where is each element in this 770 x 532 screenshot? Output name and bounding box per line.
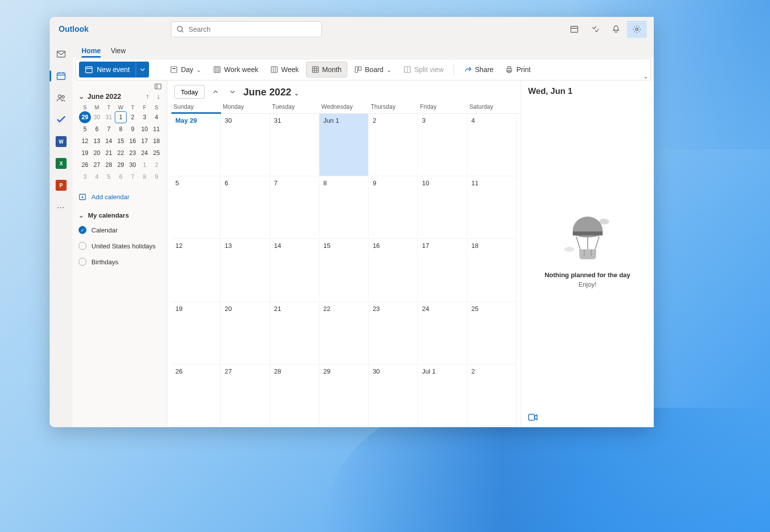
mini-cal-day[interactable]: 9 (151, 171, 162, 183)
mini-cal-day[interactable]: 28 (103, 159, 115, 171)
mini-cal-day[interactable]: 21 (103, 147, 115, 159)
mini-cal-day[interactable]: 23 (127, 147, 139, 159)
settings-icon[interactable] (627, 21, 647, 38)
ribbon-chevron-icon[interactable] (643, 72, 648, 80)
day-cell[interactable]: 2 (369, 114, 418, 176)
day-cell[interactable]: 24 (418, 302, 467, 365)
notifications-icon[interactable] (606, 21, 626, 38)
mini-cal-day[interactable]: 7 (103, 123, 115, 135)
mini-cal-day[interactable]: 22 (115, 147, 127, 159)
rail-powerpoint-icon[interactable]: P (54, 178, 69, 193)
chevron-down-icon[interactable]: ⌄ (78, 92, 84, 100)
calendar-checkbox[interactable] (78, 226, 86, 234)
calendar-item[interactable]: Birthdays (77, 254, 165, 270)
search-input[interactable] (188, 25, 316, 33)
day-cell[interactable]: 19 (171, 302, 221, 365)
day-cell[interactable]: 28 (270, 365, 319, 427)
mini-cal-day[interactable]: 3 (139, 111, 151, 123)
view-day-button[interactable]: Day (165, 62, 206, 77)
mini-cal-day[interactable]: 7 (127, 171, 139, 183)
print-button[interactable]: Print (500, 62, 536, 77)
new-event-button[interactable]: New event (79, 62, 149, 77)
mini-cal-day[interactable]: 27 (91, 159, 103, 171)
day-cell[interactable]: 21 (270, 302, 319, 365)
day-cell[interactable]: 26 (171, 365, 221, 427)
mini-cal-day[interactable]: 4 (151, 111, 162, 123)
mini-cal-day[interactable]: 6 (115, 171, 127, 183)
collapse-sidebar-icon[interactable] (154, 82, 162, 90)
mini-cal-day[interactable]: 14 (103, 135, 115, 147)
mini-cal-day[interactable]: 19 (79, 147, 91, 159)
today-button[interactable]: Today (174, 85, 205, 99)
day-cell[interactable]: 30 (221, 114, 270, 176)
share-button[interactable]: Share (459, 62, 498, 77)
mini-cal-day[interactable]: 30 (127, 159, 139, 171)
mini-cal-day[interactable]: 26 (79, 159, 91, 171)
mini-cal-day[interactable]: 1 (115, 111, 127, 123)
view-week-button[interactable]: Week (265, 62, 304, 77)
mini-cal-day[interactable]: 16 (127, 135, 139, 147)
ribbon-display-icon[interactable] (564, 21, 584, 38)
day-cell[interactable]: 2 (467, 365, 517, 427)
day-cell[interactable]: 20 (221, 302, 270, 365)
rail-excel-icon[interactable]: X (54, 156, 69, 171)
mini-cal-day[interactable]: 8 (139, 171, 151, 183)
mini-cal-next[interactable]: ↓ (154, 92, 163, 100)
mini-cal-day[interactable]: 4 (91, 171, 103, 183)
mini-cal-day[interactable]: 5 (103, 171, 115, 183)
rail-todo-icon[interactable] (54, 112, 69, 127)
day-cell[interactable]: 15 (319, 239, 369, 302)
mini-cal-day[interactable]: 6 (91, 123, 103, 135)
day-cell[interactable]: 22 (319, 302, 369, 365)
mini-cal-day[interactable]: 20 (91, 147, 103, 159)
next-month-button[interactable] (227, 86, 238, 98)
day-cell[interactable]: 30 (369, 365, 418, 427)
day-cell[interactable]: 23 (369, 302, 418, 365)
day-cell[interactable]: 9 (369, 176, 418, 239)
rail-people-icon[interactable] (54, 90, 69, 105)
mini-cal-day[interactable]: 13 (91, 135, 103, 147)
day-cell[interactable]: 31 (270, 114, 319, 176)
add-calendar-button[interactable]: Add calendar (77, 187, 165, 207)
mini-cal-day[interactable]: 2 (127, 111, 139, 123)
day-cell[interactable]: 11 (467, 176, 517, 239)
mini-cal-day[interactable]: 29 (115, 159, 127, 171)
mini-cal-day[interactable]: 3 (79, 171, 91, 183)
tab-view[interactable]: View (106, 44, 131, 58)
day-cell[interactable]: 25 (467, 302, 517, 365)
day-cell[interactable]: 10 (418, 176, 467, 239)
rail-calendar-icon[interactable] (54, 69, 69, 83)
day-cell[interactable]: 4 (467, 114, 517, 176)
mini-cal-day[interactable]: 2 (151, 159, 162, 171)
meet-now-icon[interactable] (528, 413, 538, 421)
day-cell[interactable]: 5 (171, 176, 221, 239)
mini-cal-day[interactable]: 25 (151, 147, 162, 159)
mini-cal-day[interactable]: 10 (139, 123, 151, 135)
day-cell[interactable]: May 29 (171, 114, 221, 176)
day-cell[interactable]: 27 (221, 365, 270, 427)
view-month-button[interactable]: Month (306, 62, 347, 77)
search-box[interactable] (171, 21, 322, 37)
day-cell[interactable]: 8 (319, 176, 369, 239)
day-cell[interactable]: Jul 1 (418, 365, 467, 427)
mini-cal-day[interactable]: 5 (79, 123, 91, 135)
mini-cal-day[interactable]: 12 (79, 135, 91, 147)
day-cell[interactable]: 17 (418, 239, 467, 302)
prev-month-button[interactable] (210, 86, 222, 98)
day-cell[interactable]: 12 (171, 239, 221, 302)
mini-cal-prev[interactable]: ↑ (143, 92, 152, 100)
mini-cal-day[interactable]: 1 (139, 159, 151, 171)
mini-cal-day[interactable]: 31 (103, 111, 115, 123)
tab-home[interactable]: Home (77, 44, 106, 58)
new-event-dropdown[interactable] (136, 62, 149, 77)
day-cell[interactable]: Jun 1 (319, 114, 369, 176)
coming-soon-icon[interactable] (585, 21, 605, 38)
calendar-checkbox[interactable] (78, 258, 86, 266)
mini-cal-day[interactable]: 8 (115, 123, 127, 135)
day-cell[interactable]: 6 (221, 176, 270, 239)
day-cell[interactable]: 29 (319, 365, 369, 427)
calendar-item[interactable]: United States holidays (77, 238, 165, 254)
month-label[interactable]: June 2022 (243, 86, 300, 98)
day-cell[interactable]: 16 (369, 239, 418, 302)
calendar-item[interactable]: Calendar (77, 222, 165, 238)
